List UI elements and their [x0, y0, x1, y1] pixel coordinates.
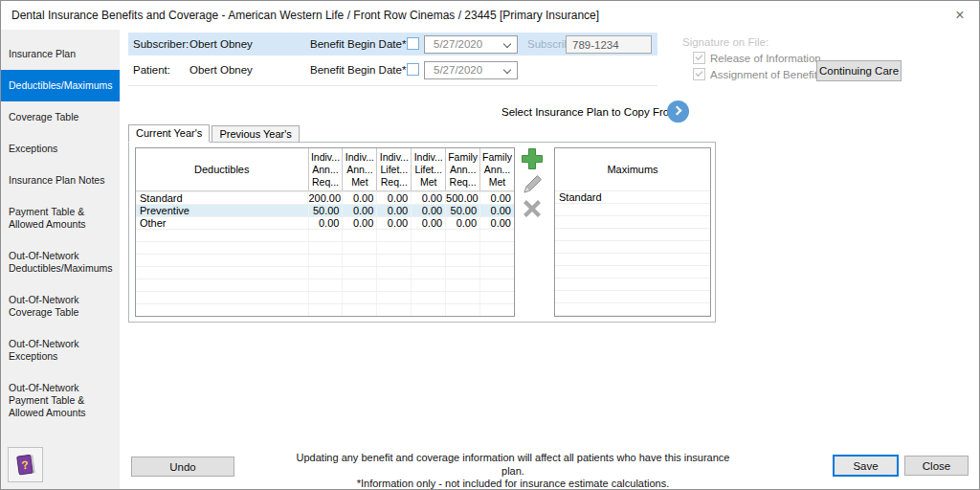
subscriber-benefit-date-checkbox[interactable] [407, 37, 419, 50]
help-button[interactable]: ? [8, 447, 43, 482]
cell[interactable]: 0.00 [342, 192, 376, 204]
subscriber-name: Obert Obney [189, 38, 253, 50]
header-line: Met [480, 176, 514, 189]
header-line: Indiv... [377, 151, 411, 164]
cell[interactable]: 0.00 [376, 205, 411, 216]
header-line: Met [412, 176, 445, 189]
chevron-down-icon [503, 66, 511, 74]
release-of-information-label: Release of Information [710, 53, 821, 64]
patient-benefit-date-checkbox[interactable] [407, 63, 419, 76]
close-icon[interactable]: × [950, 6, 969, 25]
sidebar-item-oon-deductibles[interactable]: Out-Of-Network Deductibles/Maximums [1, 240, 120, 284]
sidebar-item-insurance-plan[interactable]: Insurance Plan [1, 38, 120, 70]
table-row-standard[interactable]: Standard [555, 191, 710, 204]
help-book-icon: ? [14, 453, 37, 478]
sidebar-item-payment-table[interactable]: Payment Table & Allowed Amounts [1, 196, 120, 240]
sidebar-item-oon-payment-table[interactable]: Out-Of-Network Payment Table & Allowed A… [1, 372, 120, 429]
cell[interactable]: 0.00 [479, 217, 514, 229]
release-of-information-checkbox [693, 52, 705, 64]
header-line: Met [343, 176, 376, 189]
chevron-down-icon [503, 40, 511, 48]
copy-from-arrow-button[interactable] [667, 100, 689, 122]
signature-on-file-label: Signature on File: [682, 36, 768, 48]
sidebar: Insurance Plan Deductibles/Maximums Cove… [1, 30, 120, 490]
table-row [136, 254, 514, 266]
patient-benefit-date-select[interactable]: 5/27/2020 [424, 61, 518, 79]
subscriber-benefit-date-value: 5/27/2020 [434, 38, 482, 50]
subscriber-label: Subscriber: [133, 38, 189, 50]
continuing-care-button[interactable]: Continuing Care [816, 60, 902, 81]
header-line: Ann... [343, 164, 376, 176]
cell[interactable]: 0.00 [308, 217, 343, 229]
check-icon [696, 53, 703, 60]
table-row [136, 266, 514, 278]
cell[interactable]: 200.00 [307, 192, 342, 204]
table-row-other[interactable]: Other 0.00 0.00 0.00 0.00 0.00 0.00 [136, 216, 514, 229]
table-row [136, 229, 514, 241]
column-header-family-ann-req: Family Ann... Req... [445, 148, 479, 190]
cell[interactable]: 0.00 [411, 192, 445, 204]
table-row-preventive[interactable]: Preventive 50.00 0.00 0.00 0.00 50.00 0.… [136, 204, 514, 216]
header-line: Req... [377, 176, 411, 189]
edit-button[interactable] [518, 172, 546, 197]
table-row-standard[interactable]: Standard 200.00 0.00 0.00 0.00 500.00 0.… [136, 191, 514, 204]
header-line: Indiv... [309, 151, 343, 164]
cell[interactable]: 0.00 [479, 205, 514, 216]
patient-name: Obert Obney [189, 64, 253, 76]
sidebar-item-deductibles-maximums[interactable]: Deductibles/Maximums [1, 70, 120, 101]
cell[interactable]: 50.00 [308, 205, 343, 216]
cell[interactable]: 50.00 [445, 205, 479, 216]
footer-note-line1: Updating any benefit and coverage inform… [288, 452, 738, 478]
header-line: Req... [309, 176, 343, 189]
sidebar-item-insurance-plan-notes[interactable]: Insurance Plan Notes [1, 165, 120, 196]
sidebar-item-oon-coverage-table[interactable]: Out-Of-Network Coverage Table [1, 284, 120, 328]
cell[interactable]: 0.00 [376, 217, 411, 229]
column-header-indiv-ann-met: Indiv... Ann... Met [342, 148, 376, 190]
table-row [555, 266, 710, 278]
cell[interactable]: 0.00 [411, 217, 445, 229]
arrow-right-icon [673, 106, 682, 116]
save-button[interactable]: Save [833, 455, 899, 477]
column-header-family-ann-met: Family Ann... Met [479, 148, 514, 190]
cell[interactable]: 0.00 [411, 205, 445, 216]
undo-button[interactable]: Undo [131, 457, 234, 477]
benefits-panel: Deductibles Indiv... Ann... Req... Indiv… [128, 142, 716, 323]
patient-benefit-date-label: Benefit Begin Date* [310, 64, 406, 76]
table-row [555, 216, 710, 229]
cell[interactable]: 0.00 [342, 205, 376, 216]
delete-icon [520, 196, 545, 221]
table-row [136, 303, 514, 316]
cell[interactable]: 500.00 [445, 192, 479, 204]
footer-note-line2: *Information only - not included for ins… [288, 478, 738, 490]
sidebar-item-oon-exceptions[interactable]: Out-Of-Network Exceptions [1, 328, 120, 372]
tab-current-years[interactable]: Current Year's [128, 124, 210, 143]
maximums-title: Maximums [555, 148, 710, 191]
table-row [555, 303, 710, 316]
table-row [555, 229, 710, 241]
cell[interactable]: 0.00 [479, 192, 514, 204]
row-label: Other [136, 217, 308, 229]
header-line: Req... [446, 176, 479, 189]
tab-previous-years[interactable]: Previous Year's [212, 125, 299, 143]
add-button[interactable] [518, 146, 546, 171]
subscriber-benefit-date-select[interactable]: 5/27/2020 [424, 35, 518, 54]
sidebar-item-exceptions[interactable]: Exceptions [1, 133, 120, 165]
row-label: Standard [136, 192, 307, 204]
maximums-table: Maximums Standard [554, 147, 711, 317]
copy-from-label: Select Insurance Plan to Copy From: [501, 106, 681, 118]
release-of-information-row: Release of Information [693, 52, 821, 64]
sidebar-item-coverage-table[interactable]: Coverage Table [1, 101, 120, 133]
cell[interactable]: 0.00 [376, 192, 411, 204]
close-button[interactable]: Close [904, 456, 969, 476]
delete-button[interactable] [518, 196, 546, 221]
footer-note: Updating any benefit and coverage inform… [288, 452, 738, 490]
year-tabs: Current Year's Previous Year's [128, 124, 301, 143]
subscriber-row: Subscriber: Obert Obney Benefit Begin Da… [128, 33, 657, 56]
cell[interactable]: 0.00 [445, 217, 479, 229]
header-line: Ann... [446, 164, 479, 176]
header-line: Ann... [480, 164, 514, 176]
cell[interactable]: 0.00 [342, 217, 376, 229]
table-row [555, 291, 710, 303]
row-label: Preventive [136, 205, 308, 216]
header-line: Indiv... [343, 151, 376, 164]
